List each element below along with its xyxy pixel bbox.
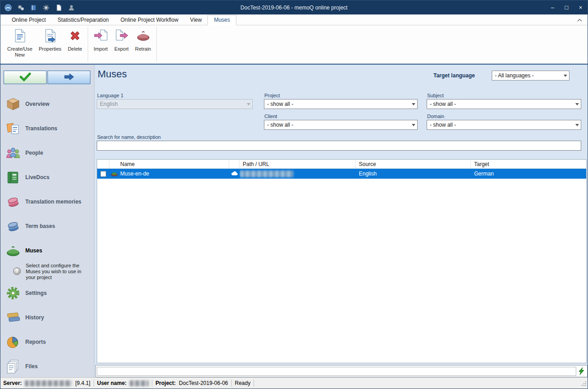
delete-button[interactable]: Delete [65,27,85,53]
project-filter-label: Project [264,93,280,98]
ribbon-separator [88,27,88,62]
translation-memories-icon [5,194,21,210]
main-pane: Muses Target language - All languages - … [94,65,588,377]
project-filter-combobox[interactable]: - show all - [264,99,418,109]
minimize-button[interactable]: – [546,0,560,14]
project-value: DocTest-2019-06-06 [179,380,228,386]
app-window: DocTest-2019-06-06 - memoQ online projec… [0,0,588,389]
sidebar-item-term-bases[interactable]: Term bases [0,214,94,238]
search-input[interactable] [97,141,581,151]
column-header-path[interactable]: Path / URL [240,160,356,169]
table-row[interactable]: Muse-en-de English German [97,169,586,179]
help-icon: ? [13,267,21,275]
ribbon: Create/Use New Properties Delete Import [0,25,588,64]
muse-icon [111,170,118,178]
client-filter-label: Client [264,114,277,119]
resize-grip[interactable] [581,380,587,388]
activity-indicator-icon [576,367,586,375]
server-label: Server: [3,380,22,386]
book-icon[interactable] [30,4,37,11]
sidebar-item-settings[interactable]: Settings [0,281,94,305]
tab-view[interactable]: View [184,15,208,25]
properties-button[interactable]: Properties [36,27,65,53]
gear-icon[interactable] [42,4,50,11]
column-header-target[interactable]: Target [471,160,586,169]
column-header-name[interactable]: Name [109,160,229,169]
redacted-path [240,171,293,177]
sidebar-item-livedocs[interactable]: LiveDocs [0,165,94,190]
maximize-button[interactable]: □ [560,0,574,14]
muses-description: ? Select and configure the Muses you wis… [0,263,94,281]
language1-combobox: English [97,99,253,109]
close-button[interactable]: × [574,0,588,14]
tab-statistics-preparation[interactable]: Statistics/Preparation [52,15,114,25]
target-language-label: Target language [433,72,475,79]
confirm-button[interactable] [4,71,47,84]
titlebar: DocTest-2019-06-06 - memoQ online projec… [0,0,588,14]
content: Overview Translations People [0,64,588,377]
subject-filter-label: Subject [427,93,444,98]
arrow-right-icon [64,73,75,82]
user-name-label: User name: [97,380,127,386]
ribbon-separator [156,27,157,62]
chevron-down-icon [409,120,417,129]
export-button[interactable]: Export [111,27,132,53]
statusbar-separator [94,380,94,387]
row-checkbox[interactable] [100,171,106,177]
cloud-icon [231,171,238,177]
memoq-logo-icon[interactable] [5,4,12,11]
sidebar-item-translations[interactable]: Translations [0,116,94,141]
sidebar-item-muses[interactable]: Muses [0,238,94,263]
tab-online-project-workflow[interactable]: Online Project Workflow [115,15,184,25]
sidebar-item-reports[interactable]: Reports [0,330,94,354]
properties-icon [43,28,57,44]
language1-label: Language 1 [97,93,123,98]
client-filter-combobox[interactable]: - show all - [264,120,418,130]
tab-online-project[interactable]: Online Project [6,15,52,25]
muses-description-text: Select and configure the Muses you wish … [26,263,81,280]
domain-filter-combobox[interactable]: - show all - [427,120,581,130]
redacted-server-name [25,380,72,386]
project-label: Project: [155,380,176,386]
people-icon [5,145,21,161]
sidebar-item-people[interactable]: People [0,141,94,165]
navigate-button[interactable] [47,71,90,84]
muses-table: Name Path / URL Source Target Muse-en-de [97,159,587,363]
tab-muses[interactable]: Muses [207,15,236,25]
checkmark-icon [19,72,31,83]
column-header-source[interactable]: Source [356,160,471,169]
export-icon [114,28,129,44]
muses-icon [5,242,21,259]
retrain-button[interactable]: Retrain [132,27,154,53]
collapse-ribbon-icon[interactable] [577,17,582,23]
search-label: Search for name, description [97,134,161,140]
create-use-new-button[interactable]: Create/Use New [4,27,36,59]
ribbon-tab-bar: Online Project Statistics/Preparation On… [0,14,588,25]
gears-icon[interactable] [17,4,24,11]
sidebar-item-history[interactable]: History [0,305,94,330]
retrain-icon [136,28,151,44]
sidebar-item-overview[interactable]: Overview [0,92,94,116]
term-bases-icon [5,218,21,234]
chevron-down-icon [409,100,417,109]
document-icon[interactable] [55,4,62,11]
reports-icon [5,334,21,350]
overview-icon [5,96,21,112]
bottom-strip-input[interactable] [97,367,576,376]
page-title: Muses [98,68,127,80]
subject-filter-combobox[interactable]: - show all - [427,99,581,109]
column-header-location [229,160,240,169]
muse-target: German [471,169,586,179]
sidebar-item-translation-memories[interactable]: Translation memories [0,190,94,214]
column-header-select [97,160,109,169]
import-button[interactable]: Import [90,27,111,53]
chevron-down-icon [573,100,581,109]
muse-name: Muse-en-de [120,171,149,177]
server-version: [9.4.1] [75,380,90,386]
create-use-new-icon [13,28,27,44]
sidebar: Overview Translations People [0,65,94,377]
muse-source: English [356,169,471,179]
sidebar-item-files[interactable]: Files [0,354,94,377]
target-language-combobox[interactable]: - All languages - [492,71,569,81]
user-icon[interactable] [68,4,75,11]
